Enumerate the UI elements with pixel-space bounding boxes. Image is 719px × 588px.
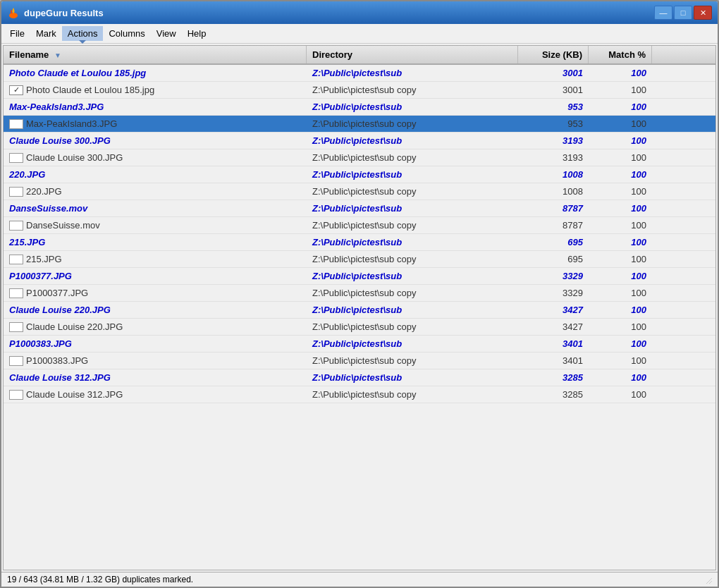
cell-match: 100 [589, 133, 652, 148]
row-checkbox[interactable] [9, 288, 23, 298]
cell-match: 100 [589, 286, 652, 300]
filename-text: P1000377.JPG [9, 271, 72, 281]
filename-text: P1000383.JPG [26, 355, 88, 366]
row-checkbox[interactable] [9, 221, 23, 231]
status-bar: 19 / 643 (34.81 MB / 1.32 GB) duplicates… [1, 572, 718, 587]
filename-text: Claude Louise 300.JPG [26, 152, 123, 163]
cell-match: 100 [589, 387, 652, 402]
filename-text: P1000383.JPG [9, 338, 72, 349]
cell-match: 100 [589, 116, 652, 131]
table-row[interactable]: Photo Claude et Loulou 185.jpgZ:\Public\… [4, 65, 715, 82]
cell-size: 3001 [518, 82, 589, 97]
cell-directory: Z:\Public\pictest\sub [307, 269, 518, 283]
table-row[interactable]: Claude Louise 312.JPGZ:\Public\pictest\s… [4, 386, 715, 403]
table-row[interactable]: DanseSuisse.movZ:\Public\pictest\sub8787… [4, 200, 715, 217]
row-checkbox[interactable] [9, 85, 23, 95]
table-row[interactable]: Claude Louise 300.JPGZ:\Public\pictest\s… [4, 149, 715, 166]
table-body[interactable]: Photo Claude et Loulou 185.jpgZ:\Public\… [4, 65, 715, 570]
table-row[interactable]: Claude Louise 220.JPGZ:\Public\pictest\s… [4, 302, 715, 319]
cell-directory: Z:\Public\pictest\sub copy [307, 82, 518, 97]
cell-filename: Claude Louise 312.JPG [4, 370, 307, 385]
menu-dropdown-indicator [79, 40, 86, 44]
cell-filename: Claude Louise 220.JPG [4, 302, 307, 317]
row-checkbox[interactable] [9, 119, 23, 129]
filename-text: Claude Louise 220.JPG [26, 321, 123, 332]
resize-handle[interactable] [703, 575, 712, 584]
table-row[interactable]: 220.JPGZ:\Public\pictest\sub copy1008100 [4, 183, 715, 200]
table-row[interactable]: 215.JPGZ:\Public\pictest\sub copy695100 [4, 251, 715, 268]
cell-directory: Z:\Public\pictest\sub [307, 133, 518, 148]
filename-text: DanseSuisse.mov [9, 203, 87, 214]
cell-directory: Z:\Public\pictest\sub [307, 99, 518, 114]
cell-match: 100 [589, 235, 652, 250]
table-row[interactable]: Photo Claude et Loulou 185.jpgZ:\Public\… [4, 82, 715, 99]
table-row[interactable]: P1000377.JPGZ:\Public\pictest\sub copy33… [4, 285, 715, 302]
cell-directory: Z:\Public\pictest\sub [307, 235, 518, 250]
table-row[interactable]: Claude Louise 220.JPGZ:\Public\pictest\s… [4, 319, 715, 336]
filename-text: 220.JPG [9, 169, 45, 180]
cell-match: 100 [589, 302, 652, 317]
table-row[interactable]: Max-PeakIsland3.JPGZ:\Public\pictest\sub… [4, 99, 715, 116]
table-row[interactable]: 215.JPGZ:\Public\pictest\sub695100 [4, 234, 715, 251]
cell-match: 100 [589, 370, 652, 385]
cell-filename: Claude Louise 300.JPG [4, 133, 307, 148]
row-checkbox[interactable] [9, 255, 23, 264]
results-table: Filename ▼ Directory Size (KB) Match % P… [3, 45, 716, 570]
cell-size: 3193 [518, 133, 589, 148]
cell-directory: Z:\Public\pictest\sub copy [307, 184, 518, 199]
cell-filename: 215.JPG [4, 235, 307, 250]
cell-filename: 220.JPG [4, 167, 307, 182]
cell-directory: Z:\Public\pictest\sub copy [307, 387, 518, 402]
table-row[interactable]: Max-PeakIsland3.JPGZ:\Public\pictest\sub… [4, 116, 715, 133]
cell-directory: Z:\Public\pictest\sub copy [307, 218, 518, 233]
menu-item-mark[interactable]: Mark [30, 26, 62, 41]
cell-match: 100 [589, 82, 652, 97]
row-checkbox[interactable] [9, 390, 23, 400]
col-header-size[interactable]: Size (KB) [518, 46, 589, 63]
title-bar-left: dupeGuru Results [7, 6, 104, 19]
cell-match: 100 [589, 336, 652, 351]
cell-filename: P1000383.JPG [4, 336, 307, 351]
cell-filename: P1000377.JPG [4, 269, 307, 283]
table-row[interactable]: P1000377.JPGZ:\Public\pictest\sub3329100 [4, 268, 715, 285]
title-buttons: — □ ✕ [654, 6, 712, 20]
cell-filename: 215.JPG [4, 252, 307, 267]
cell-size: 1008 [518, 167, 589, 182]
menu-item-view[interactable]: View [151, 26, 182, 41]
table-row[interactable]: 220.JPGZ:\Public\pictest\sub1008100 [4, 166, 715, 183]
cell-match: 100 [589, 184, 652, 199]
filename-text: P1000377.JPG [26, 288, 88, 298]
cell-size: 3285 [518, 370, 589, 385]
minimize-button[interactable]: — [654, 6, 672, 20]
filename-text: Max-PeakIsland3.JPG [26, 118, 117, 129]
cell-directory: Z:\Public\pictest\sub [307, 302, 518, 317]
cell-filename: Max-PeakIsland3.JPG [4, 99, 307, 114]
maximize-button[interactable]: □ [674, 6, 692, 20]
col-header-directory[interactable]: Directory [307, 46, 518, 63]
table-row[interactable]: DanseSuisse.movZ:\Public\pictest\sub cop… [4, 217, 715, 234]
col-header-match[interactable]: Match % [589, 46, 652, 63]
cell-size: 3427 [518, 302, 589, 317]
cell-match: 100 [589, 99, 652, 114]
menu-item-file[interactable]: File [4, 26, 30, 41]
cell-size: 3193 [518, 150, 589, 165]
cell-match: 100 [589, 319, 652, 334]
cell-size: 695 [518, 235, 589, 250]
filename-text: 215.JPG [26, 254, 62, 264]
table-row[interactable]: P1000383.JPGZ:\Public\pictest\sub copy34… [4, 353, 715, 369]
table-row[interactable]: Claude Louise 312.JPGZ:\Public\pictest\s… [4, 369, 715, 386]
table-row[interactable]: Claude Louise 300.JPGZ:\Public\pictest\s… [4, 133, 715, 149]
col-header-filename[interactable]: Filename ▼ [4, 46, 307, 63]
close-button[interactable]: ✕ [694, 6, 712, 20]
cell-match: 100 [589, 167, 652, 182]
row-checkbox[interactable] [9, 153, 23, 163]
row-checkbox[interactable] [9, 356, 23, 366]
menu-item-actions[interactable]: Actions [62, 26, 104, 41]
menu-item-columns[interactable]: Columns [103, 26, 150, 41]
row-checkbox[interactable] [9, 322, 23, 332]
menu-bar: FileMarkActionsColumnsViewHelp [1, 24, 718, 44]
table-row[interactable]: P1000383.JPGZ:\Public\pictest\sub3401100 [4, 336, 715, 353]
cell-filename: P1000383.JPG [4, 353, 307, 368]
row-checkbox[interactable] [9, 187, 23, 197]
menu-item-help[interactable]: Help [182, 26, 212, 41]
